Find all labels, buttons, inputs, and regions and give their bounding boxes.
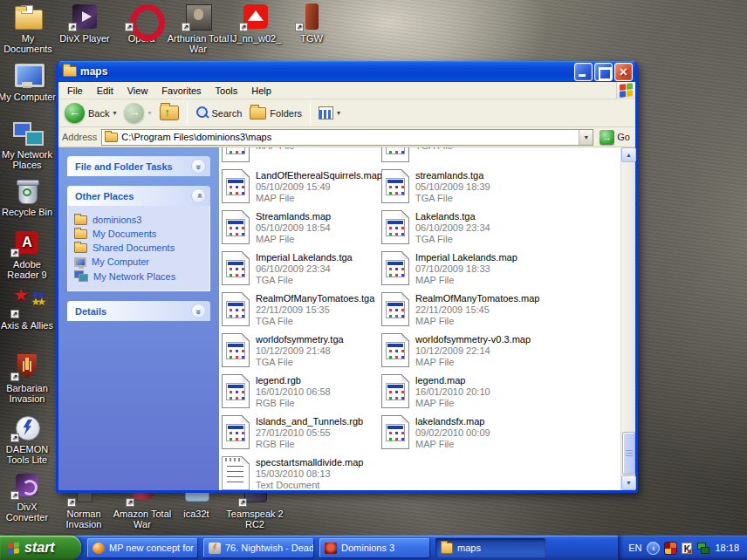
menu-edit[interactable]: Edit [90, 84, 120, 98]
desktop-icon-my-computer[interactable]: My Computer [0, 61, 58, 102]
address-dropdown-icon[interactable]: ▾ [579, 130, 593, 145]
minimize-button[interactable] [574, 63, 593, 81]
sidebar-item-my-documents[interactable]: My Documents [74, 227, 206, 241]
file-tile[interactable]: Imperial Lakelands.map 07/10/2009 18:33 … [381, 249, 541, 290]
network-status-icon[interactable] [697, 543, 709, 554]
file-tile[interactable]: Islands_and_Tunnels.rgb 27/01/2010 05:55… [222, 413, 381, 454]
vertical-scrollbar[interactable] [620, 147, 635, 490]
kaspersky-icon[interactable] [682, 543, 692, 554]
shortcut-arrow-icon [238, 498, 247, 507]
file-type: MAP File [415, 316, 539, 327]
tray-collapse-chevron-icon[interactable] [647, 542, 660, 555]
file-type: MAP File [256, 147, 331, 152]
file-tile[interactable]: lakelandsfx.map 09/02/2010 00:09 MAP Fil… [381, 413, 541, 454]
desktop-icon-lj-nn-w02[interactable]: lJ_nn_w02_ [223, 3, 288, 44]
desktop-icon-opera[interactable]: Opera [111, 3, 172, 44]
search-icon [195, 106, 209, 120]
firefox-icon [93, 543, 105, 554]
views-button[interactable]: ▾ [316, 106, 343, 120]
folder-icon [74, 243, 87, 253]
file-tile[interactable]: legend.rgb 16/01/2010 06:58 RGB File [222, 372, 381, 413]
back-button[interactable]: Back ▾ [62, 103, 119, 123]
chevron-down-icon[interactable] [191, 304, 206, 318]
title-bar[interactable]: maps [58, 61, 635, 82]
address-field[interactable]: ▾ [101, 129, 593, 146]
file-tile[interactable]: Streamlands.map 05/10/2009 18:54 MAP Fil… [222, 208, 381, 249]
file-name: worldofsymmetry.tga [256, 334, 344, 345]
file-tile[interactable]: 03/10/2009 17:48 MAP File [222, 147, 381, 167]
views-icon [319, 106, 333, 120]
sidebar-item-my-network-places[interactable]: My Network Places [74, 269, 206, 283]
taskbar: start MP new concept for ... 76. Nightwi… [0, 536, 747, 560]
sidebar-item-my-computer[interactable]: My Computer [74, 255, 206, 269]
taskbar-task-maps[interactable]: maps [435, 538, 545, 557]
taskbar-task-firefox[interactable]: MP new concept for ... [87, 538, 197, 557]
file-tile[interactable]: specstartsmalldivide.map 15/03/2010 08:1… [222, 454, 381, 490]
file-name: lakelandsfx.map [415, 416, 490, 427]
menu-favorites[interactable]: Favorites [154, 84, 208, 98]
search-button[interactable]: Search [193, 106, 245, 120]
divx-converter-icon [11, 471, 43, 499]
menu-help[interactable]: Help [244, 84, 278, 98]
section-header[interactable]: Details [67, 301, 210, 321]
views-dropdown-icon[interactable]: ▾ [337, 109, 340, 117]
task-label: 76. Nightwish - Dead ... [225, 543, 313, 553]
start-button[interactable]: start [0, 536, 81, 560]
desktop-icon-my-network-places[interactable]: My Network Places [0, 119, 58, 170]
rgb-file-icon [222, 415, 250, 449]
forward-button[interactable]: ▾ [121, 103, 154, 123]
file-tile[interactable]: Imperial Lakelands.tga 06/10/2009 23:34 … [222, 249, 381, 290]
tray-app-icon[interactable] [665, 543, 676, 554]
desktop-icon-my-documents[interactable]: My Documents [0, 3, 58, 54]
chevron-down-icon[interactable] [191, 159, 206, 174]
desktop-icon-recycle-bin[interactable]: Recycle Bin [0, 176, 58, 217]
desktop-icon-tgw[interactable]: TGW [281, 3, 342, 44]
desktop-icon-barbarian-invasion[interactable]: Barbarian Invasion [0, 352, 58, 404]
file-tile[interactable]: streamlands.tga 05/10/2009 18:39 TGA Fil… [381, 167, 541, 208]
menu-view[interactable]: View [120, 84, 155, 98]
file-tile[interactable]: worldofsymmetry.tga 10/12/2009 21:48 TGA… [222, 331, 381, 372]
desktop-icon-divx-player[interactable]: DivX Player [54, 3, 115, 44]
file-tile[interactable]: worldofsymmetry-v0.3.map 10/12/2009 22:1… [381, 331, 541, 372]
scrollbar-thumb[interactable] [622, 432, 635, 475]
file-tile[interactable]: legend.map 16/01/2010 20:10 MAP File [381, 372, 541, 413]
map-file-icon [222, 147, 250, 162]
desktop-icon-label: DivX Converter [0, 502, 58, 522]
up-button[interactable] [157, 106, 182, 120]
sidebar-item-shared-documents[interactable]: Shared Documents [74, 241, 206, 255]
file-tile[interactable]: Lakelands.tga 06/10/2009 23:34 TGA File [381, 208, 541, 249]
menu-file[interactable]: File [60, 84, 90, 98]
desktop-icon-arthurian-total-war[interactable]: Arthurian Total War [166, 3, 230, 54]
file-tile[interactable]: RealmOfManyTomatoes.map 22/11/2009 15:45… [381, 290, 541, 331]
language-indicator[interactable]: EN [628, 543, 641, 553]
close-button[interactable] [614, 63, 633, 81]
taskbar-task-dominions3[interactable]: Dominions 3 [319, 538, 429, 557]
scroll-down-icon[interactable] [621, 475, 636, 490]
file-tile[interactable]: LandOfEtherealSquirrels.map 05/10/2009 1… [222, 167, 381, 208]
scroll-up-icon[interactable] [621, 147, 636, 162]
desktop-icon-label: Arthurian Total War [166, 33, 230, 54]
back-label: Back [88, 108, 109, 119]
desktop-icon-divx-converter[interactable]: DivX Converter [0, 471, 58, 522]
winamp-icon [209, 543, 221, 554]
menu-tools[interactable]: Tools [209, 84, 245, 98]
maximize-button[interactable] [594, 63, 613, 81]
desktop-icon-axis-and-allies[interactable]: Axis & Allies [0, 290, 58, 331]
chevron-up-icon[interactable] [191, 188, 206, 203]
file-type: MAP File [415, 439, 490, 450]
section-header[interactable]: File and Folder Tasks [67, 156, 210, 176]
taskbar-task-winamp[interactable]: 76. Nightwish - Dead ... [203, 538, 313, 557]
file-date: 10/12/2009 22:14 [415, 345, 531, 357]
back-dropdown-icon[interactable]: ▾ [113, 109, 116, 117]
tga-file-icon [222, 333, 250, 367]
folders-button[interactable]: Folders [247, 107, 305, 120]
sidebar-item-dominions3[interactable]: dominions3 [74, 213, 206, 227]
desktop-icon-daemon-tools[interactable]: DAEMON Tools Lite [0, 413, 58, 465]
desktop-icon-adobe-reader[interactable]: Adobe Reader 9 [0, 229, 58, 280]
go-button[interactable]: Go [598, 130, 632, 145]
file-tile[interactable]: 04/10/2009 21:37 TGA File [381, 147, 541, 167]
section-header[interactable]: Other Places [67, 186, 210, 206]
file-tile[interactable]: RealmOfManyTomatoes.tga 22/11/2009 15:35… [222, 290, 381, 331]
address-input[interactable] [121, 131, 575, 144]
map-file-icon [222, 210, 250, 244]
